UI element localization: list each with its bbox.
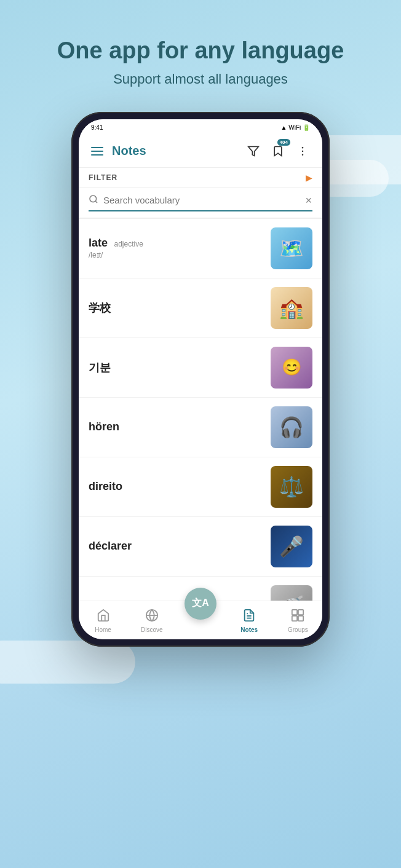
- main-subtitle: Support almost all languages: [57, 71, 344, 87]
- word-text-direito: direito: [89, 480, 271, 493]
- vocab-text-late: late adjective /leɪt/: [89, 237, 271, 259]
- bottom-nav: 文A Home D: [79, 601, 322, 639]
- vocab-image-school: 🏫: [271, 287, 312, 329]
- vocab-image-kibun: 😊: [271, 347, 312, 389]
- svg-point-2: [302, 150, 304, 152]
- app-title: Notes: [112, 144, 237, 158]
- status-icons: ▲ WiFi 🔋: [281, 124, 310, 131]
- vocab-image-horen: 🎧: [271, 406, 312, 448]
- home-icon: [97, 609, 110, 625]
- marketing-header: One app for any language Support almost …: [57, 0, 344, 100]
- vocab-image-late: 🗺️: [271, 227, 312, 269]
- phone-frame: 9:41 ▲ WiFi 🔋 Notes 404: [71, 112, 330, 647]
- nav-item-groups[interactable]: Groups: [274, 606, 322, 636]
- vocab-item-declarer[interactable]: déclarer 🎤: [79, 517, 322, 577]
- nav-item-notes[interactable]: Notes: [225, 606, 274, 636]
- svg-rect-10: [292, 609, 297, 614]
- nav-label-home: Home: [95, 626, 111, 633]
- more-button[interactable]: [293, 141, 312, 161]
- search-icon: [89, 194, 98, 207]
- fab-label: 文A: [192, 597, 209, 610]
- svg-point-1: [302, 147, 304, 149]
- vocab-text-direito: direito: [89, 480, 271, 493]
- main-title: One app for any language: [57, 37, 344, 65]
- svg-line-5: [95, 201, 97, 203]
- vocab-item-late[interactable]: late adjective /leɪt/ 🗺️: [79, 219, 322, 278]
- search-input[interactable]: [103, 195, 300, 205]
- vocab-item-school[interactable]: 学校 🏫: [79, 278, 322, 338]
- nav-item-home[interactable]: Home: [79, 606, 127, 636]
- vocab-word-late: late adjective: [89, 237, 271, 250]
- vocab-text-kibun: 기분: [89, 360, 271, 375]
- word-text-kibun: 기분: [89, 360, 271, 375]
- svg-rect-11: [298, 609, 303, 614]
- word-text-school: 学校: [89, 301, 271, 315]
- nav-item-discover[interactable]: Discove: [127, 606, 176, 636]
- groups-icon: [291, 609, 304, 625]
- filter-expand-icon: ▶: [306, 173, 312, 183]
- phonetic-late: /leɪt/: [89, 251, 271, 259]
- vocab-item-direito[interactable]: direito ⚖️: [79, 457, 322, 517]
- vocab-image-direito: ⚖️: [271, 466, 312, 508]
- header-icons: 404: [244, 141, 312, 161]
- vocabulary-list: late adjective /leɪt/ 🗺️ 学校 🏫: [79, 219, 322, 601]
- clear-search-icon[interactable]: ✕: [305, 195, 312, 205]
- svg-marker-0: [248, 146, 259, 156]
- svg-point-3: [302, 154, 304, 156]
- svg-point-4: [90, 195, 97, 202]
- word-text-horen: hören: [89, 420, 271, 433]
- vocab-text-declarer: déclarer: [89, 540, 271, 553]
- vocab-item-horen[interactable]: hören 🎧: [79, 398, 322, 457]
- notification-badge: 404: [277, 139, 290, 146]
- filter-label: FILTER: [89, 173, 117, 182]
- cloud-decoration-3: [0, 641, 135, 684]
- app-header: Notes 404: [79, 136, 322, 168]
- pos-text-late: adjective: [114, 240, 143, 248]
- vocab-image-shower: 🚿: [271, 585, 312, 601]
- translate-fab[interactable]: 文A: [185, 588, 216, 620]
- svg-rect-13: [298, 616, 303, 621]
- filter-bar[interactable]: FILTER ▶: [79, 168, 322, 188]
- status-time: 9:41: [91, 124, 103, 131]
- bookmark-button[interactable]: 404: [268, 141, 288, 161]
- word-text-declarer: déclarer: [89, 540, 271, 553]
- nav-label-groups: Groups: [288, 626, 308, 633]
- nav-label-discover: Discove: [141, 626, 163, 633]
- search-bar[interactable]: ✕: [89, 194, 312, 211]
- notes-icon: [242, 609, 256, 625]
- vocab-text-horen: hören: [89, 420, 271, 433]
- svg-rect-12: [292, 616, 297, 621]
- status-bar: 9:41 ▲ WiFi 🔋: [79, 119, 322, 136]
- menu-button[interactable]: [89, 144, 106, 158]
- phone-screen: 9:41 ▲ WiFi 🔋 Notes 404: [79, 119, 322, 639]
- vocab-item-kibun[interactable]: 기분 😊: [79, 338, 322, 398]
- nav-label-notes: Notes: [240, 626, 258, 633]
- vocab-text-school: 学校: [89, 301, 271, 315]
- search-container: ✕: [79, 188, 322, 219]
- discover-icon: [145, 609, 159, 625]
- filter-button[interactable]: [244, 141, 263, 161]
- vocab-image-declarer: 🎤: [271, 526, 312, 567]
- word-text-late: late: [89, 237, 108, 249]
